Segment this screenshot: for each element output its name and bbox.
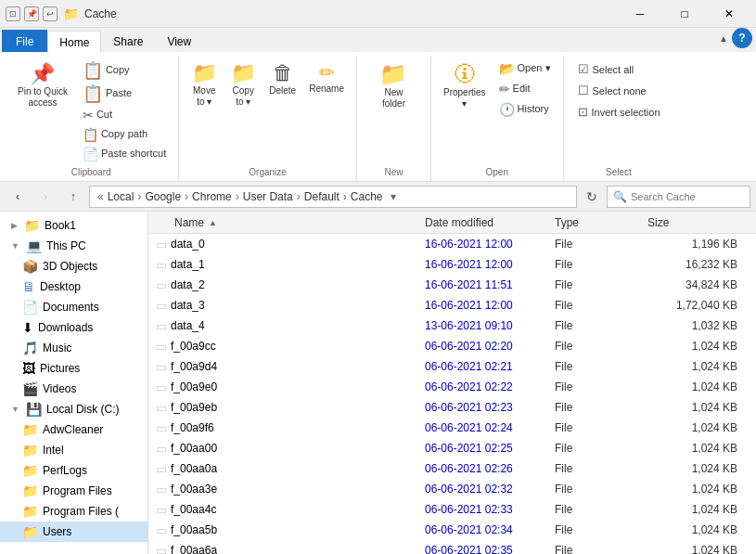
rename-label: Rename [309,84,344,95]
sidebar-item-pictures[interactable]: 🖼 Pictures [0,358,147,379]
search-input[interactable] [631,191,744,202]
file-cell-type: File [547,401,640,414]
path-cache[interactable]: Cache [351,190,383,203]
sidebar-label-music: Music [43,341,71,354]
address-path[interactable]: « Local › Google › Chrome › User Data › … [89,186,577,208]
select-none-button[interactable]: ☐ Select none [571,81,667,100]
open-button[interactable]: 📂 Open ▾ [494,59,556,78]
sidebar-item-program-files[interactable]: 📁 Program Files [0,481,147,501]
sidebar-item-local-disk[interactable]: ▼ 💾 Local Disk (C:) [0,399,147,419]
paste-button[interactable]: 📋 Paste [78,83,171,105]
sidebar-label-perflogs: PerfLogs [43,464,87,477]
table-row[interactable]: ▭ f_00aa00 06-06-2021 02:25 File 1,024 K… [148,438,756,458]
file-cell-size: 1,72,040 KB [640,299,756,312]
videos-icon: 🎬 [22,381,38,396]
file-cell-date: 06-06-2021 02:33 [417,503,547,516]
path-dropdown[interactable]: ▾ [391,190,396,203]
path-local[interactable]: Local [108,190,135,203]
forward-button[interactable]: › [33,187,58,207]
table-row[interactable]: ▭ f_00a9d4 06-06-2021 02:21 File 1,024 K… [148,356,756,377]
sidebar-item-3d-objects[interactable]: 📦 3D Objects [0,256,147,277]
cut-button[interactable]: ✂ Cut [78,106,171,124]
copy-path-button[interactable]: 📋 Copy path [78,125,171,144]
col-header-date[interactable]: Date modified [417,212,547,233]
minimize-button[interactable]: ─ [619,0,661,28]
up-button[interactable]: ↑ [61,187,85,207]
file-name: data_0 [171,238,205,251]
sidebar-item-documents[interactable]: 📄 Documents [0,297,147,317]
path-chrome[interactable]: Chrome [192,190,232,203]
sidebar-item-perflogs[interactable]: 📁 PerfLogs [0,460,147,481]
sidebar-item-music[interactable]: 🎵 Music [0,338,147,358]
table-row[interactable]: ▭ f_00aa4c 06-06-2021 02:33 File 1,024 K… [148,499,756,520]
address-bar: ‹ › ↑ « Local › Google › Chrome › User D… [0,182,756,212]
main-area: ▶ 📁 Book1 ▼ 💻 This PC 📦 3D Objects 🖥 Des… [0,212,756,554]
col-header-type[interactable]: Type [547,212,640,233]
file-cell-name: ▭ f_00aa3e [148,483,417,496]
pin-to-quick-access-button[interactable]: 📌 Pin to Quickaccess [11,59,74,111]
table-row[interactable]: ▭ f_00a9f6 06-06-2021 02:24 File 1,024 K… [148,418,756,438]
ribbon-group-select: ☑ Select all ☐ Select none ⊡ Invert sele… [564,56,674,181]
sidebar-item-adwcleaner[interactable]: 📁 AdwCleaner [0,419,147,440]
move-to-button[interactable]: 📁 Moveto ▾ [186,59,222,111]
undo-icon[interactable]: ↩ [43,6,58,21]
sidebar-item-desktop[interactable]: 🖥 Desktop [0,277,147,297]
sidebar-item-downloads[interactable]: ⬇ Downloads [0,317,147,338]
table-row[interactable]: ▭ data_2 16-06-2021 11:51 File 34,824 KB [148,275,756,295]
edit-button[interactable]: ✏ Edit [494,80,556,98]
table-row[interactable]: ▭ f_00a9e0 06-06-2021 02:22 File 1,024 K… [148,377,756,397]
invert-selection-button[interactable]: ⊡ Invert selection [571,102,667,122]
select-all-button[interactable]: ☑ Select all [571,59,667,79]
maximize-button[interactable]: □ [663,0,706,28]
path-user-data[interactable]: User Data [243,190,293,203]
users-icon: 📁 [22,524,38,539]
ribbon-group-new: 📁 Newfolder New [357,56,431,181]
sort-arrow-name: ▲ [209,218,217,227]
sidebar-item-this-pc[interactable]: ▼ 💻 This PC [0,236,147,256]
copy-button[interactable]: 📋 Copy [78,59,171,82]
sidebar-item-book1[interactable]: ▶ 📁 Book1 [0,215,147,236]
tab-home[interactable]: Home [47,31,101,53]
help-button[interactable]: ? [732,28,752,48]
new-label: New [384,163,403,177]
rename-button[interactable]: ✏ Rename [304,59,349,98]
path-google[interactable]: Google [145,190,181,203]
new-folder-button[interactable]: 📁 Newfolder [370,59,416,113]
table-row[interactable]: ▭ data_3 16-06-2021 12:00 File 1,72,040 … [148,295,756,316]
col-header-size[interactable]: Size [640,212,756,233]
file-icon: ▭ [156,238,167,251]
col-header-name[interactable]: Name ▲ [148,212,417,233]
sidebar-item-users[interactable]: 📁 Users [0,522,147,542]
quick-access-icon[interactable]: 📌 [24,6,39,21]
paste-shortcut-button[interactable]: 📄 Paste shortcut [78,145,171,163]
table-row[interactable]: ▭ data_0 16-06-2021 12:00 File 1,196 KB [148,234,756,254]
sidebar-item-intel[interactable]: 📁 Intel [0,440,147,460]
refresh-button[interactable]: ↻ [581,186,603,208]
table-row[interactable]: ▭ f_00aa0a 06-06-2021 02:26 File 1,024 K… [148,458,756,479]
table-row[interactable]: ▭ data_1 16-06-2021 12:00 File 16,232 KB [148,254,756,275]
path-default[interactable]: Default [304,190,340,203]
table-row[interactable]: ▭ f_00a9eb 06-06-2021 02:23 File 1,024 K… [148,397,756,418]
file-name: data_2 [171,278,205,291]
copy-to-button[interactable]: 📁 Copyto ▾ [225,59,261,111]
properties-button[interactable]: 🛈 Properties▾ [439,59,491,113]
tab-share[interactable]: Share [101,30,155,52]
history-button[interactable]: 🕐 History [494,100,556,119]
table-row[interactable]: ▭ f_00aa5b 06-06-2021 02:34 File 1,024 K… [148,520,756,540]
paste-label: Paste [106,87,132,99]
back-button[interactable]: ‹ [6,187,30,207]
delete-button[interactable]: 🗑 Delete [264,59,301,100]
tab-view[interactable]: View [155,30,203,52]
file-list-header: Name ▲ Date modified Type Size [148,212,756,234]
table-row[interactable]: ▭ data_4 13-06-2021 09:10 File 1,032 KB [148,316,756,336]
sidebar-item-program-files-x86[interactable]: 📁 Program Files ( [0,501,147,522]
perflogs-icon: 📁 [22,463,38,478]
ribbon-expand-icon[interactable]: ▲ [719,33,728,44]
sidebar-item-videos[interactable]: 🎬 Videos [0,379,147,399]
table-row[interactable]: ▭ f_00aa6a 06-06-2021 02:35 File 1,024 K… [148,540,756,554]
tab-file[interactable]: File [2,30,47,52]
table-row[interactable]: ▭ f_00aa3e 06-06-2021 02:32 File 1,024 K… [148,479,756,499]
copy-path-icon: 📋 [83,128,98,141]
copy-to-label: Copyto ▾ [233,85,254,108]
table-row[interactable]: ▭ f_00a9cc 06-06-2021 02:20 File 1,024 K… [148,336,756,356]
